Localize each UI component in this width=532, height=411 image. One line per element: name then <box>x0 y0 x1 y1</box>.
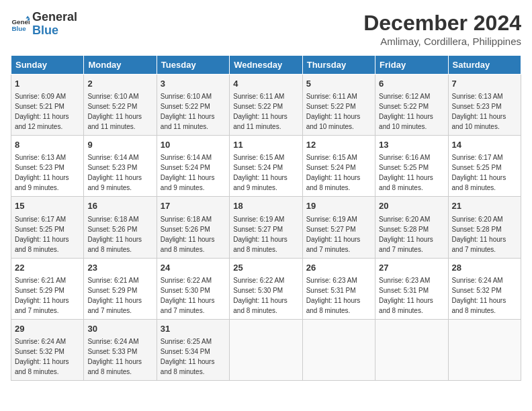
svg-text:Blue: Blue <box>11 25 26 32</box>
header-day-friday: Friday <box>375 56 448 75</box>
day-info: Sunrise: 6:14 AMSunset: 5:24 PMDaylight:… <box>161 154 215 191</box>
day-number: 19 <box>306 200 371 212</box>
day-number: 8 <box>15 139 80 151</box>
day-info: Sunrise: 6:15 AMSunset: 5:24 PMDaylight:… <box>306 154 361 191</box>
day-number: 7 <box>452 78 517 90</box>
day-number: 9 <box>87 139 152 151</box>
calendar-cell: 20Sunrise: 6:20 AMSunset: 5:28 PMDayligh… <box>375 197 448 258</box>
day-number: 16 <box>87 200 152 212</box>
day-info: Sunrise: 6:22 AMSunset: 5:30 PMDaylight:… <box>233 277 287 314</box>
day-info: Sunrise: 6:11 AMSunset: 5:22 PMDaylight:… <box>306 93 361 130</box>
calendar-cell: 13Sunrise: 6:16 AMSunset: 5:25 PMDayligh… <box>375 136 448 197</box>
calendar-cell: 17Sunrise: 6:18 AMSunset: 5:26 PMDayligh… <box>157 197 229 258</box>
calendar-cell: 24Sunrise: 6:22 AMSunset: 5:30 PMDayligh… <box>157 258 229 319</box>
week-row-3: 15Sunrise: 6:17 AMSunset: 5:25 PMDayligh… <box>11 197 521 258</box>
day-info: Sunrise: 6:18 AMSunset: 5:26 PMDaylight:… <box>87 216 142 253</box>
day-number: 18 <box>233 200 298 212</box>
day-info: Sunrise: 6:24 AMSunset: 5:32 PMDaylight:… <box>15 338 69 375</box>
logo-general: General <box>32 11 77 24</box>
day-number: 5 <box>306 78 371 90</box>
day-info: Sunrise: 6:13 AMSunset: 5:23 PMDaylight:… <box>452 93 506 130</box>
calendar-cell: 12Sunrise: 6:15 AMSunset: 5:24 PMDayligh… <box>302 136 375 197</box>
calendar-cell <box>230 319 302 380</box>
day-info: Sunrise: 6:21 AMSunset: 5:29 PMDaylight:… <box>87 277 142 314</box>
header-day-saturday: Saturday <box>448 56 521 75</box>
day-number: 2 <box>87 78 152 90</box>
calendar-cell <box>375 319 448 380</box>
day-number: 3 <box>161 78 226 90</box>
logo-icon: General Blue <box>11 15 30 34</box>
day-info: Sunrise: 6:17 AMSunset: 5:25 PMDaylight:… <box>452 154 506 191</box>
day-info: Sunrise: 6:23 AMSunset: 5:31 PMDaylight:… <box>306 277 361 314</box>
calendar-cell: 14Sunrise: 6:17 AMSunset: 5:25 PMDayligh… <box>448 136 521 197</box>
week-row-5: 29Sunrise: 6:24 AMSunset: 5:32 PMDayligh… <box>11 319 521 380</box>
svg-marker-2 <box>26 15 30 18</box>
header-day-wednesday: Wednesday <box>230 56 302 75</box>
month-title: December 2024 <box>363 11 521 36</box>
header-row: SundayMondayTuesdayWednesdayThursdayFrid… <box>11 56 521 75</box>
calendar-table: SundayMondayTuesdayWednesdayThursdayFrid… <box>11 55 521 381</box>
calendar-cell: 18Sunrise: 6:19 AMSunset: 5:27 PMDayligh… <box>230 197 302 258</box>
day-info: Sunrise: 6:20 AMSunset: 5:28 PMDaylight:… <box>452 216 506 253</box>
day-number: 13 <box>379 139 444 151</box>
day-number: 1 <box>15 78 80 90</box>
day-number: 17 <box>161 200 226 212</box>
day-number: 11 <box>233 139 298 151</box>
calendar-cell: 2Sunrise: 6:10 AMSunset: 5:22 PMDaylight… <box>84 75 157 136</box>
day-info: Sunrise: 6:13 AMSunset: 5:23 PMDaylight:… <box>15 154 69 191</box>
header-day-tuesday: Tuesday <box>157 56 229 75</box>
day-info: Sunrise: 6:22 AMSunset: 5:30 PMDaylight:… <box>161 277 215 314</box>
day-number: 28 <box>452 262 517 274</box>
day-info: Sunrise: 6:24 AMSunset: 5:33 PMDaylight:… <box>87 338 142 375</box>
calendar-cell: 26Sunrise: 6:23 AMSunset: 5:31 PMDayligh… <box>302 258 375 319</box>
day-info: Sunrise: 6:19 AMSunset: 5:27 PMDaylight:… <box>306 216 361 253</box>
calendar-cell: 22Sunrise: 6:21 AMSunset: 5:29 PMDayligh… <box>11 258 84 319</box>
day-info: Sunrise: 6:10 AMSunset: 5:22 PMDaylight:… <box>87 93 142 130</box>
day-number: 4 <box>233 78 298 90</box>
day-number: 23 <box>87 262 152 274</box>
calendar-cell <box>302 319 375 380</box>
day-info: Sunrise: 6:12 AMSunset: 5:22 PMDaylight:… <box>379 93 433 130</box>
day-info: Sunrise: 6:19 AMSunset: 5:27 PMDaylight:… <box>233 216 287 253</box>
calendar-cell: 8Sunrise: 6:13 AMSunset: 5:23 PMDaylight… <box>11 136 84 197</box>
day-number: 29 <box>15 323 80 335</box>
day-info: Sunrise: 6:14 AMSunset: 5:23 PMDaylight:… <box>87 154 142 191</box>
day-info: Sunrise: 6:15 AMSunset: 5:24 PMDaylight:… <box>233 154 287 191</box>
day-info: Sunrise: 6:09 AMSunset: 5:21 PMDaylight:… <box>15 93 69 130</box>
calendar-cell: 19Sunrise: 6:19 AMSunset: 5:27 PMDayligh… <box>302 197 375 258</box>
header-day-monday: Monday <box>84 56 157 75</box>
header: General Blue General Blue December 2024 … <box>11 11 521 47</box>
calendar-cell: 27Sunrise: 6:23 AMSunset: 5:31 PMDayligh… <box>375 258 448 319</box>
day-number: 27 <box>379 262 444 274</box>
day-number: 10 <box>161 139 226 151</box>
calendar-cell: 6Sunrise: 6:12 AMSunset: 5:22 PMDaylight… <box>375 75 448 136</box>
calendar-cell: 16Sunrise: 6:18 AMSunset: 5:26 PMDayligh… <box>84 197 157 258</box>
calendar-cell: 7Sunrise: 6:13 AMSunset: 5:23 PMDaylight… <box>448 75 521 136</box>
day-info: Sunrise: 6:11 AMSunset: 5:22 PMDaylight:… <box>233 93 287 130</box>
day-number: 6 <box>379 78 444 90</box>
calendar-cell: 15Sunrise: 6:17 AMSunset: 5:25 PMDayligh… <box>11 197 84 258</box>
week-row-2: 8Sunrise: 6:13 AMSunset: 5:23 PMDaylight… <box>11 136 521 197</box>
day-info: Sunrise: 6:20 AMSunset: 5:28 PMDaylight:… <box>379 216 433 253</box>
location-title: Amlimay, Cordillera, Philippines <box>363 36 521 47</box>
calendar-cell: 29Sunrise: 6:24 AMSunset: 5:32 PMDayligh… <box>11 319 84 380</box>
calendar-cell: 31Sunrise: 6:25 AMSunset: 5:34 PMDayligh… <box>157 319 229 380</box>
day-number: 21 <box>452 200 517 212</box>
day-number: 14 <box>452 139 517 151</box>
title-area: December 2024 Amlimay, Cordillera, Phili… <box>363 11 521 47</box>
day-number: 20 <box>379 200 444 212</box>
day-number: 30 <box>87 323 152 335</box>
calendar-cell: 10Sunrise: 6:14 AMSunset: 5:24 PMDayligh… <box>157 136 229 197</box>
calendar-cell: 11Sunrise: 6:15 AMSunset: 5:24 PMDayligh… <box>230 136 302 197</box>
calendar-cell: 21Sunrise: 6:20 AMSunset: 5:28 PMDayligh… <box>448 197 521 258</box>
calendar-cell <box>448 319 521 380</box>
calendar-cell: 25Sunrise: 6:22 AMSunset: 5:30 PMDayligh… <box>230 258 302 319</box>
header-day-thursday: Thursday <box>302 56 375 75</box>
calendar-cell: 4Sunrise: 6:11 AMSunset: 5:22 PMDaylight… <box>230 75 302 136</box>
day-info: Sunrise: 6:21 AMSunset: 5:29 PMDaylight:… <box>15 277 69 314</box>
day-number: 31 <box>161 323 226 335</box>
day-info: Sunrise: 6:17 AMSunset: 5:25 PMDaylight:… <box>15 216 69 253</box>
logo: General Blue General Blue <box>11 11 77 38</box>
day-info: Sunrise: 6:10 AMSunset: 5:22 PMDaylight:… <box>161 93 215 130</box>
day-info: Sunrise: 6:25 AMSunset: 5:34 PMDaylight:… <box>161 338 215 375</box>
